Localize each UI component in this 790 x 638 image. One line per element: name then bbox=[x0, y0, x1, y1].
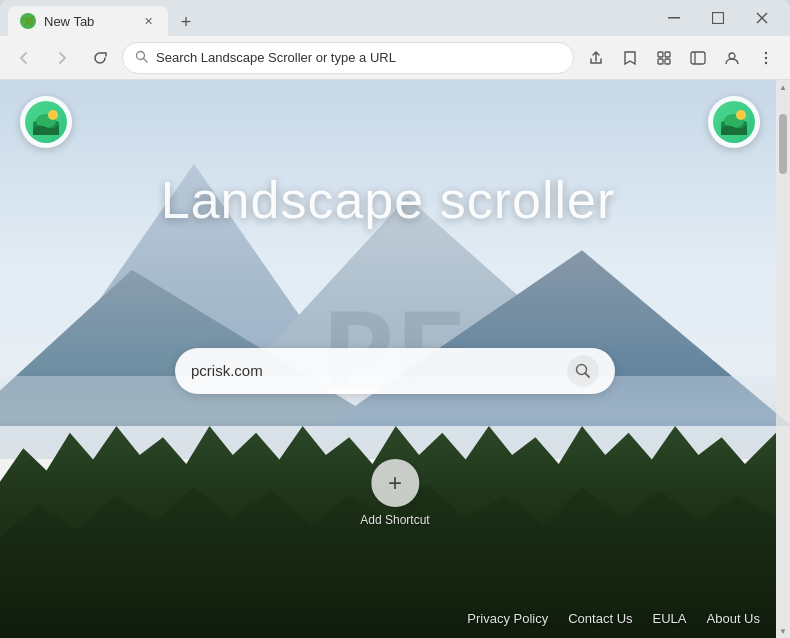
svg-rect-6 bbox=[658, 52, 663, 57]
address-bar[interactable]: Search Landscape Scroller or type a URL bbox=[122, 42, 574, 74]
back-button[interactable] bbox=[8, 42, 40, 74]
scroll-thumb[interactable] bbox=[779, 114, 787, 174]
refresh-button[interactable] bbox=[84, 42, 116, 74]
title-bar: 🌿 New Tab ✕ + bbox=[0, 0, 790, 36]
svg-line-5 bbox=[144, 58, 148, 62]
address-text: Search Landscape Scroller or type a URL bbox=[156, 50, 561, 65]
svg-line-23 bbox=[585, 373, 589, 377]
svg-rect-1 bbox=[713, 13, 724, 24]
svg-point-18 bbox=[48, 110, 58, 120]
profile-button[interactable] bbox=[716, 42, 748, 74]
add-shortcut-button[interactable]: + bbox=[371, 459, 419, 507]
nav-actions bbox=[580, 42, 782, 74]
maximize-button[interactable] bbox=[698, 3, 738, 33]
logo-top-right bbox=[708, 96, 760, 148]
search-submit-button[interactable] bbox=[567, 355, 599, 387]
scrollbar[interactable]: ▲ ▼ bbox=[776, 80, 790, 638]
extensions-button[interactable] bbox=[648, 42, 680, 74]
close-button[interactable] bbox=[742, 3, 782, 33]
browser-window: 🌿 New Tab ✕ + bbox=[0, 0, 790, 638]
svg-point-14 bbox=[765, 56, 767, 58]
tab-favicon: 🌿 bbox=[20, 13, 36, 29]
scroll-track[interactable] bbox=[778, 94, 788, 624]
tab-title: New Tab bbox=[44, 14, 132, 29]
forward-button[interactable] bbox=[46, 42, 78, 74]
svg-point-13 bbox=[765, 51, 767, 53]
add-shortcut-label: Add Shortcut bbox=[360, 513, 429, 527]
svg-rect-9 bbox=[665, 59, 670, 64]
search-container: pcrisk.com bbox=[175, 348, 615, 394]
share-button[interactable] bbox=[580, 42, 612, 74]
bookmark-button[interactable] bbox=[614, 42, 646, 74]
new-tab-button[interactable]: + bbox=[172, 8, 200, 36]
minimize-button[interactable] bbox=[654, 3, 694, 33]
svg-rect-7 bbox=[665, 52, 670, 57]
contact-us-link[interactable]: Contact Us bbox=[568, 611, 632, 626]
svg-point-15 bbox=[765, 61, 767, 63]
svg-point-21 bbox=[736, 110, 746, 120]
search-icon bbox=[135, 50, 148, 66]
sidebar-button[interactable] bbox=[682, 42, 714, 74]
tab-close-button[interactable]: ✕ bbox=[140, 13, 156, 29]
scroll-up-arrow[interactable]: ▲ bbox=[778, 82, 788, 92]
logo-circle-right bbox=[713, 101, 755, 143]
logo-top-left bbox=[20, 96, 72, 148]
tab-bar: 🌿 New Tab ✕ + bbox=[8, 0, 654, 36]
svg-rect-10 bbox=[691, 52, 705, 64]
eula-link[interactable]: EULA bbox=[653, 611, 687, 626]
scroll-down-arrow[interactable]: ▼ bbox=[778, 626, 788, 636]
window-controls bbox=[654, 3, 782, 33]
search-input-value[interactable]: pcrisk.com bbox=[191, 362, 557, 379]
svg-point-12 bbox=[729, 53, 735, 59]
menu-button[interactable] bbox=[750, 42, 782, 74]
search-box[interactable]: pcrisk.com bbox=[175, 348, 615, 394]
svg-rect-0 bbox=[668, 17, 680, 19]
footer-links: Privacy Policy Contact Us EULA About Us bbox=[467, 611, 760, 626]
svg-rect-8 bbox=[658, 59, 663, 64]
logo-circle-left bbox=[25, 101, 67, 143]
content-area: PF Lan bbox=[0, 80, 790, 638]
privacy-policy-link[interactable]: Privacy Policy bbox=[467, 611, 548, 626]
active-tab[interactable]: 🌿 New Tab ✕ bbox=[8, 6, 168, 36]
nav-bar: Search Landscape Scroller or type a URL bbox=[0, 36, 790, 80]
about-us-link[interactable]: About Us bbox=[707, 611, 760, 626]
add-shortcut-area[interactable]: + Add Shortcut bbox=[360, 459, 429, 527]
